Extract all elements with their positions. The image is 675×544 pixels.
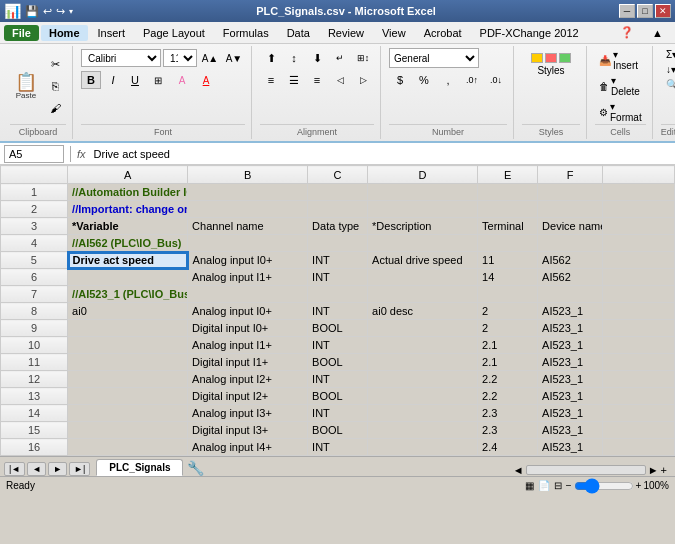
cell-g12[interactable] bbox=[603, 371, 675, 388]
cell-g2[interactable] bbox=[603, 201, 675, 218]
cell-e1[interactable] bbox=[478, 184, 538, 201]
col-header-a[interactable]: A bbox=[68, 166, 188, 184]
maximize-button[interactable]: □ bbox=[637, 4, 653, 18]
cell-c13[interactable]: BOOL bbox=[308, 388, 368, 405]
cell-d15[interactable] bbox=[368, 422, 478, 439]
cell-b13[interactable]: Digital input I2+ bbox=[188, 388, 308, 405]
cell-a3[interactable]: *Variable bbox=[68, 218, 188, 235]
cell-f11[interactable]: AI523_1 bbox=[538, 354, 603, 371]
page-layout-menu[interactable]: Page Layout bbox=[135, 25, 213, 41]
tab-next-btn[interactable]: ► bbox=[48, 462, 67, 476]
align-bottom-btn[interactable]: ⬇ bbox=[306, 48, 328, 68]
percent-btn[interactable]: % bbox=[413, 70, 435, 90]
view-menu[interactable]: View bbox=[374, 25, 414, 41]
cell-c1[interactable] bbox=[308, 184, 368, 201]
cell-a13[interactable] bbox=[68, 388, 188, 405]
col-header-f[interactable]: F bbox=[538, 166, 603, 184]
cell-d2[interactable] bbox=[368, 201, 478, 218]
cell-d10[interactable] bbox=[368, 337, 478, 354]
cell-b6[interactable]: Analog input I1+ bbox=[188, 269, 308, 286]
currency-btn[interactable]: $ bbox=[389, 70, 411, 90]
cell-e14[interactable]: 2.3 bbox=[478, 405, 538, 422]
cell-g11[interactable] bbox=[603, 354, 675, 371]
cell-d16[interactable] bbox=[368, 439, 478, 456]
cell-a1[interactable]: //Automation Builder IO Mappings Export … bbox=[68, 184, 188, 201]
cell-c2[interactable] bbox=[308, 201, 368, 218]
formula-input[interactable] bbox=[90, 145, 671, 163]
cell-a2[interactable]: //Important: change only first and fourt… bbox=[68, 201, 188, 218]
cell-e16[interactable]: 2.4 bbox=[478, 439, 538, 456]
cell-f12[interactable]: AI523_1 bbox=[538, 371, 603, 388]
cell-d6[interactable] bbox=[368, 269, 478, 286]
new-sheet-icon[interactable]: 🔧 bbox=[187, 460, 204, 476]
border-button[interactable]: ⊞ bbox=[147, 70, 169, 90]
increase-decimal-btn[interactable]: .0↑ bbox=[461, 70, 483, 90]
normal-view-btn[interactable]: ▦ bbox=[525, 480, 534, 491]
cell-g16[interactable] bbox=[603, 439, 675, 456]
cell-e11[interactable]: 2.1 bbox=[478, 354, 538, 371]
cell-b16[interactable]: Analog input I4+ bbox=[188, 439, 308, 456]
cell-e4[interactable] bbox=[478, 235, 538, 252]
increase-font-btn[interactable]: A▲ bbox=[199, 48, 221, 68]
sum-button[interactable]: Σ▾ bbox=[662, 48, 675, 61]
indent-decrease-btn[interactable]: ◁ bbox=[329, 70, 351, 90]
cell-c5[interactable]: INT bbox=[308, 252, 368, 269]
page-layout-btn[interactable]: 📄 bbox=[538, 480, 550, 491]
cell-g9[interactable] bbox=[603, 320, 675, 337]
cell-c12[interactable]: INT bbox=[308, 371, 368, 388]
cell-d12[interactable] bbox=[368, 371, 478, 388]
cell-d14[interactable] bbox=[368, 405, 478, 422]
cell-g15[interactable] bbox=[603, 422, 675, 439]
tab-last-btn[interactable]: ►| bbox=[69, 462, 90, 476]
cell-a10[interactable] bbox=[68, 337, 188, 354]
cell-b12[interactable]: Analog input I2+ bbox=[188, 371, 308, 388]
quick-access-redo[interactable]: ↪ bbox=[56, 5, 65, 18]
cell-g3[interactable] bbox=[603, 218, 675, 235]
insert-cells-btn[interactable]: 📥▾ Insert bbox=[595, 48, 646, 72]
cell-g6[interactable] bbox=[603, 269, 675, 286]
help-icon[interactable]: ❓ bbox=[612, 24, 642, 41]
review-menu[interactable]: Review bbox=[320, 25, 372, 41]
cell-e15[interactable]: 2.3 bbox=[478, 422, 538, 439]
cell-f3[interactable]: Device name bbox=[538, 218, 603, 235]
wrap-text-btn[interactable]: ↵ bbox=[329, 48, 351, 68]
cell-d3[interactable]: *Description bbox=[368, 218, 478, 235]
col-header-g[interactable] bbox=[603, 166, 675, 184]
cell-c9[interactable]: BOOL bbox=[308, 320, 368, 337]
bold-button[interactable]: B bbox=[81, 71, 101, 89]
cell-c15[interactable]: BOOL bbox=[308, 422, 368, 439]
cell-f7[interactable] bbox=[538, 286, 603, 303]
cell-b14[interactable]: Analog input I3+ bbox=[188, 405, 308, 422]
close-button[interactable]: ✕ bbox=[655, 4, 671, 18]
cell-g14[interactable] bbox=[603, 405, 675, 422]
fill-color-button[interactable]: A bbox=[171, 70, 193, 90]
cell-c16[interactable]: INT bbox=[308, 439, 368, 456]
cell-b9[interactable]: Digital input I0+ bbox=[188, 320, 308, 337]
cell-f4[interactable] bbox=[538, 235, 603, 252]
cut-button[interactable]: ✂ bbox=[44, 54, 66, 74]
cell-f15[interactable]: AI523_1 bbox=[538, 422, 603, 439]
cell-g8[interactable] bbox=[603, 303, 675, 320]
insert-menu[interactable]: Insert bbox=[90, 25, 134, 41]
cell-b7[interactable] bbox=[188, 286, 308, 303]
align-top-btn[interactable]: ⬆ bbox=[260, 48, 282, 68]
tab-first-btn[interactable]: |◄ bbox=[4, 462, 25, 476]
cell-e12[interactable]: 2.2 bbox=[478, 371, 538, 388]
number-format-select[interactable]: General bbox=[389, 48, 479, 68]
merge-center-btn[interactable]: ⊞↕ bbox=[352, 48, 374, 68]
pdfxchange-menu[interactable]: PDF-XChange 2012 bbox=[472, 25, 587, 41]
italic-button[interactable]: I bbox=[103, 71, 123, 89]
cell-d9[interactable] bbox=[368, 320, 478, 337]
zoom-in-btn[interactable]: + bbox=[636, 480, 642, 491]
cell-f16[interactable]: AI523_1 bbox=[538, 439, 603, 456]
cell-c4[interactable] bbox=[308, 235, 368, 252]
cell-e5[interactable]: 11 bbox=[478, 252, 538, 269]
cell-f10[interactable]: AI523_1 bbox=[538, 337, 603, 354]
cell-f14[interactable]: AI523_1 bbox=[538, 405, 603, 422]
cell-f1[interactable] bbox=[538, 184, 603, 201]
cell-a7[interactable]: //AI523_1 (PLC\IO_Bus) bbox=[68, 286, 188, 303]
scroll-plus-btn[interactable]: + bbox=[661, 464, 667, 476]
cell-d5[interactable]: Actual drive speed bbox=[368, 252, 478, 269]
cell-a8[interactable]: ai0 bbox=[68, 303, 188, 320]
sheet-tab-plc-signals[interactable]: PLC_Signals bbox=[96, 459, 183, 476]
